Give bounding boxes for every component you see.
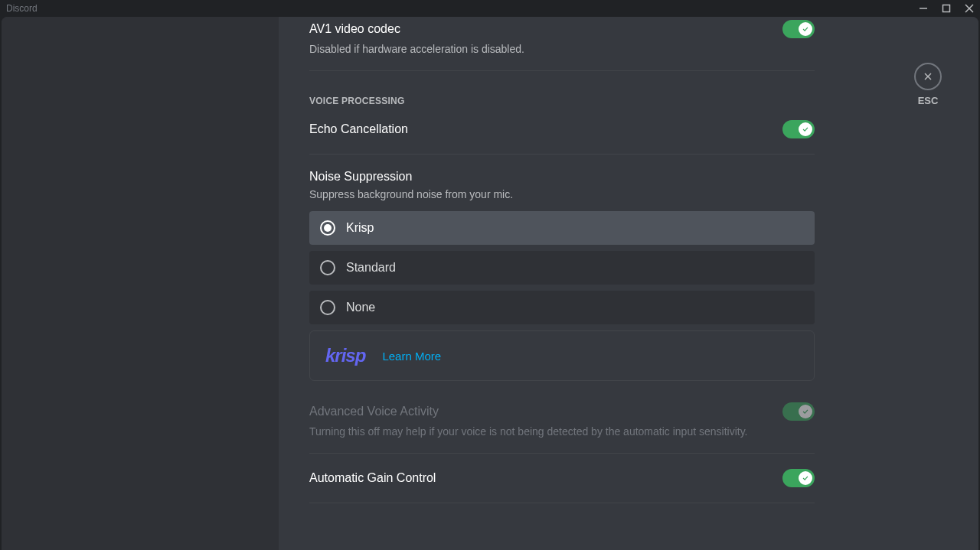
- radio-icon: [320, 220, 335, 236]
- esc-label: ESC: [914, 95, 942, 106]
- echo-cancel-title: Echo Cancellation: [309, 122, 408, 136]
- echo-cancel-toggle[interactable]: [782, 120, 815, 138]
- radio-icon: [320, 260, 335, 275]
- advanced-voice-toggle: [782, 402, 815, 421]
- svg-rect-1: [943, 5, 950, 12]
- krisp-learn-more-link[interactable]: Learn More: [382, 350, 441, 363]
- maximize-button[interactable]: [942, 4, 951, 13]
- minimize-button[interactable]: [919, 4, 928, 13]
- noise-option-standard[interactable]: Standard: [309, 251, 815, 285]
- agc-toggle[interactable]: [782, 469, 815, 487]
- agc-title: Automatic Gain Control: [309, 471, 436, 485]
- noise-suppression-title: Noise Suppression: [309, 170, 815, 184]
- window-titlebar: Discord: [0, 0, 980, 17]
- app-name: Discord: [6, 3, 38, 14]
- radio-icon: [320, 300, 335, 315]
- advanced-voice-title: Advanced Voice Activity: [309, 405, 439, 418]
- av1-toggle[interactable]: [782, 20, 815, 38]
- close-button[interactable]: [965, 4, 974, 13]
- advanced-voice-desc: Turning this off may help if your voice …: [309, 425, 815, 438]
- voice-processing-header: VOICE PROCESSING: [309, 96, 815, 106]
- krisp-promo-box: krisp Learn More: [309, 330, 815, 381]
- krisp-logo: krisp: [325, 345, 365, 366]
- av1-desc: Disabled if hardware acceleration is dis…: [309, 43, 815, 55]
- close-settings-button[interactable]: [914, 63, 942, 90]
- settings-content[interactable]: ESC AV1 video codec Disabled if hardware…: [279, 17, 978, 550]
- av1-title: AV1 video codec: [309, 22, 400, 36]
- noise-option-none[interactable]: None: [309, 291, 815, 324]
- noise-suppression-desc: Suppress background noise from your mic.: [309, 188, 815, 200]
- noise-option-krisp[interactable]: Krisp: [309, 211, 815, 245]
